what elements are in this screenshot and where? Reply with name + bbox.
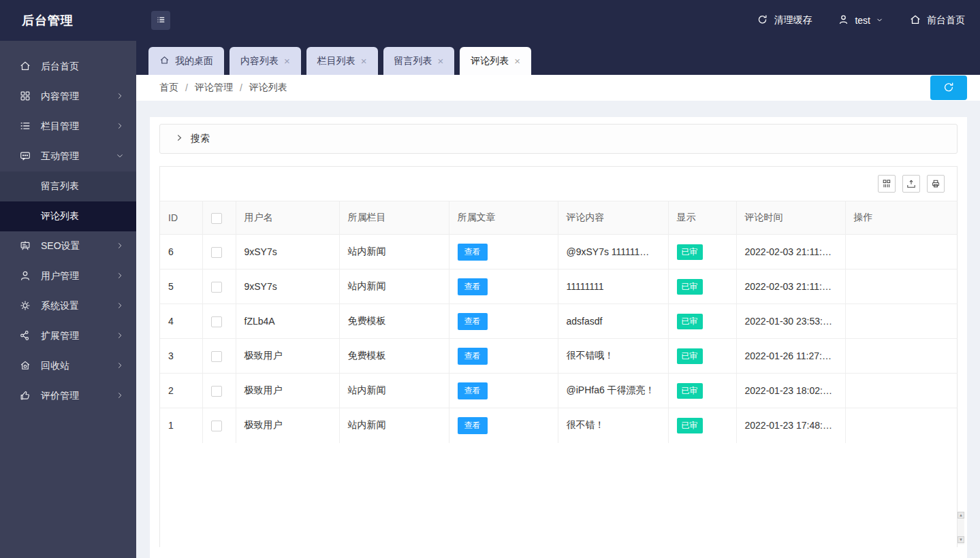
row-checkbox[interactable]: [211, 351, 222, 362]
front-home-link[interactable]: 前台首页: [909, 14, 965, 28]
breadcrumb-separator: /: [185, 82, 188, 93]
cell-time: 2022-02-03 21:11:…: [736, 269, 845, 304]
chevron-right-icon: [116, 361, 124, 372]
sidebar-item-extension[interactable]: 扩展管理: [0, 321, 136, 351]
status-badge: 已审: [677, 279, 703, 295]
sidebar-item-label: SEO设置: [41, 240, 116, 252]
sidebar-subitem-message-list[interactable]: 留言列表: [0, 171, 136, 201]
row-checkbox[interactable]: [211, 316, 222, 327]
export-icon[interactable]: [902, 175, 920, 193]
search-collapse[interactable]: 搜索: [159, 124, 958, 154]
tab-content-list[interactable]: 内容列表 ×: [230, 47, 301, 75]
row-checkbox[interactable]: [211, 282, 222, 293]
tab-column-list[interactable]: 栏目列表 ×: [306, 47, 378, 75]
view-article-button[interactable]: 查看: [458, 348, 488, 365]
print-icon[interactable]: [927, 175, 945, 193]
sidebar-collapse-button[interactable]: [151, 11, 170, 30]
select-all-checkbox[interactable]: [211, 213, 222, 224]
view-article-button[interactable]: 查看: [458, 278, 488, 295]
chevron-right-icon: [116, 121, 124, 132]
clear-cache-label: 清理缓存: [774, 14, 812, 27]
cell-time: 2022-01-23 17:48:…: [736, 408, 845, 443]
col-article: 所属文章: [449, 201, 558, 235]
tab-label: 评论列表: [471, 55, 509, 67]
cell-actions: [845, 269, 957, 304]
topbar-actions: 清理缓存 test 前台首页: [757, 14, 980, 28]
view-article-button[interactable]: 查看: [458, 382, 488, 399]
cell-content: @9xSY7s 111111…: [558, 235, 668, 269]
comment-data-table: ID 用户名 所属栏目 所属文章 评论内容 显示 评论时间 操作: [160, 201, 957, 443]
breadcrumb-current: 评论列表: [249, 82, 287, 94]
col-select: [202, 201, 236, 235]
clear-cache-button[interactable]: 清理缓存: [757, 14, 812, 27]
sidebar-item-user[interactable]: 用户管理: [0, 261, 136, 291]
view-article-button[interactable]: 查看: [458, 313, 488, 330]
recycle-home-icon: [19, 359, 31, 374]
cell-content: 11111111: [558, 269, 668, 304]
sidebar-item-label: 扩展管理: [41, 330, 116, 342]
tab-comment-list[interactable]: 评论列表 ×: [460, 47, 531, 75]
table-toolbar: [160, 167, 957, 201]
sidebar-item-seo[interactable]: SEO设置: [0, 231, 136, 261]
cell-time: 2022-01-30 23:53:…: [736, 304, 845, 339]
table-row: 4 fZLb4A 免费模板 查看 adsfasdf 已审 2022-01-30 …: [160, 304, 957, 339]
user-menu[interactable]: test: [838, 14, 883, 27]
table-row: 1 极致用户 站内新闻 查看 很不错！ 已审 2022-01-23 17:48:…: [160, 408, 957, 443]
status-badge: 已审: [677, 418, 703, 433]
comment-icon: [19, 150, 31, 164]
col-display: 显示: [668, 201, 736, 235]
home-icon: [19, 60, 31, 74]
sidebar-item-dashboard[interactable]: 后台首页: [0, 52, 136, 82]
view-article-button[interactable]: 查看: [458, 417, 488, 434]
close-icon[interactable]: ×: [361, 56, 367, 66]
row-checkbox[interactable]: [211, 421, 222, 431]
sidebar-item-label: 互动管理: [41, 150, 116, 163]
mini-scrollbar[interactable]: ▲ ▼: [958, 512, 964, 544]
cell-username: 9xSY7s: [236, 235, 339, 269]
row-checkbox[interactable]: [211, 247, 222, 258]
sidebar-item-system[interactable]: 系统设置: [0, 291, 136, 321]
cell-content: @iPHfa6 干得漂亮！: [558, 374, 668, 408]
breadcrumb-comment-manage[interactable]: 评论管理: [195, 82, 233, 94]
tab-my-desktop[interactable]: 我的桌面: [148, 47, 224, 75]
row-checkbox[interactable]: [211, 386, 222, 397]
share-nodes-icon: [19, 329, 31, 344]
page-refresh-button[interactable]: [930, 76, 967, 100]
cell-id: 4: [160, 304, 202, 339]
view-article-button[interactable]: 查看: [458, 244, 488, 261]
table-row: 6 9xSY7s 站内新闻 查看 @9xSY7s 111111… 已审 2022…: [160, 235, 957, 269]
scroll-track[interactable]: [958, 519, 964, 536]
scroll-down-icon[interactable]: ▼: [958, 536, 964, 543]
cell-time: 2022-02-03 21:11:…: [736, 235, 845, 269]
cell-username: 9xSY7s: [236, 269, 339, 304]
breadcrumb-home[interactable]: 首页: [159, 82, 178, 94]
columns-filter-icon[interactable]: [878, 175, 896, 193]
close-icon[interactable]: ×: [438, 56, 444, 66]
sidebar-item-label: 回收站: [41, 360, 116, 372]
close-icon[interactable]: ×: [284, 56, 290, 66]
close-icon[interactable]: ×: [514, 56, 520, 66]
chevron-down-icon: [116, 151, 124, 162]
cell-username: fZLb4A: [236, 304, 339, 339]
sidebar-item-recycle[interactable]: 回收站: [0, 351, 136, 381]
thumbs-up-icon: [19, 389, 31, 404]
sidebar-item-content[interactable]: 内容管理: [0, 82, 136, 112]
tab-message-list[interactable]: 留言列表 ×: [383, 47, 455, 75]
tab-label: 栏目列表: [317, 55, 355, 67]
chevron-right-icon: [175, 133, 184, 144]
col-content: 评论内容: [558, 201, 668, 235]
tab-bar: 我的桌面 内容列表 × 栏目列表 × 留言列表 × 评论列表 ×: [136, 41, 980, 75]
tab-label: 留言列表: [394, 55, 432, 67]
cell-username: 极致用户: [236, 374, 339, 408]
sidebar-item-interaction[interactable]: 互动管理: [0, 142, 136, 171]
table-header-row: ID 用户名 所属栏目 所属文章 评论内容 显示 评论时间 操作: [160, 201, 957, 235]
cell-content: 很不错哦！: [558, 339, 668, 374]
status-badge: 已审: [677, 348, 703, 364]
sidebar-subitem-comment-list[interactable]: 评论列表: [0, 201, 136, 231]
cell-id: 6: [160, 235, 202, 269]
tab-label: 内容列表: [240, 55, 279, 67]
sidebar-item-review[interactable]: 评价管理: [0, 381, 136, 411]
scroll-up-icon[interactable]: ▲: [958, 512, 964, 519]
comment-list-card: 搜索: [150, 117, 967, 558]
sidebar-item-column[interactable]: 栏目管理: [0, 112, 136, 142]
